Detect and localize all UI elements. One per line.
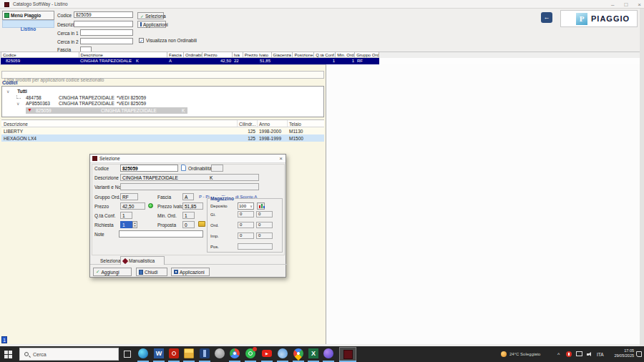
cell-prezzo: 42,50: [203, 58, 233, 64]
excel-icon[interactable]: X: [308, 348, 318, 358]
cerca1-input[interactable]: [80, 29, 133, 36]
tree-item[interactable]: ∨ AP8550363 CINGHIA TRAPEZOIDALE *VEDI 8…: [16, 101, 19, 106]
tree-item-code: 484758: [26, 95, 42, 100]
tab-manualistica[interactable]: Manualistica: [120, 256, 165, 265]
close-button[interactable]: ×: [638, 1, 641, 8]
descrizione-input[interactable]: [74, 21, 133, 27]
col-header[interactable]: Prezzo: [203, 52, 233, 57]
deposito-select[interactable]: 100 ∨: [238, 202, 254, 210]
dlg-codice-field[interactable]: 825059: [120, 165, 178, 172]
models-col-header[interactable]: Cilindr...: [238, 120, 258, 127]
dlg-note-input[interactable]: [119, 230, 203, 238]
codice-input[interactable]: [74, 11, 133, 18]
tray-chevron-icon[interactable]: ^: [557, 352, 560, 357]
folder-icon[interactable]: [198, 221, 205, 227]
dialog-titlebar: Selezione ×: [90, 155, 286, 163]
tree-item-selected[interactable]: ▼ 825059 CINGHIA TRAPEZOIDALE K: [26, 107, 187, 114]
col-header[interactable]: Ordinabilità: [184, 52, 203, 57]
models-row[interactable]: LIBERTY 125 1998-2000 M1130: [1, 127, 324, 134]
tray-clock[interactable]: 17:05 29/05/2025: [607, 348, 634, 358]
dlg-fascia-value: A: [185, 195, 187, 200]
taskbar-search[interactable]: Cerca: [19, 348, 119, 361]
table-row-selected[interactable]: 825059 CINGHIA TRAPEZOIDALE K A 42,50 22…: [1, 58, 379, 64]
dlg-prezzo-field: 42,50: [120, 202, 145, 210]
network-icon[interactable]: [576, 351, 582, 356]
whatsapp-icon[interactable]: [245, 348, 255, 358]
col-header[interactable]: Iva: [233, 52, 243, 57]
col-header[interactable]: Giacenza: [272, 52, 293, 57]
tree-item-desc: CINGHIA TRAPEZOIDALE: [59, 101, 114, 106]
word-icon[interactable]: W: [154, 348, 164, 358]
aggiungi-button[interactable]: ✓ Aggiungi: [93, 268, 132, 276]
dlg-gruppo-value: RF: [122, 195, 129, 200]
models-col-header[interactable]: Descrizione: [1, 120, 238, 127]
tree-sel-code: 825059: [36, 108, 52, 113]
col-header[interactable]: Posizione: [293, 52, 314, 57]
spinner-down-icon[interactable]: ▼: [133, 225, 137, 228]
cell-gruppo: RF: [356, 58, 379, 64]
notification-center-icon[interactable]: [636, 351, 642, 357]
task-view-icon[interactable]: [124, 351, 131, 358]
search-icon: [24, 352, 29, 356]
window-titlebar: Catalogo SoftWay - Listino – □ ×: [0, 0, 644, 9]
tray-language[interactable]: ITA: [597, 352, 604, 357]
purple-app-icon[interactable]: [323, 348, 333, 358]
results-table-header: Codice Descrizione Fascia Ordinabilità P…: [1, 52, 379, 58]
col-header[interactable]: Fascia: [167, 52, 184, 57]
chrome-icon[interactable]: [230, 348, 240, 358]
document-icon[interactable]: [181, 165, 186, 171]
tree-root-row[interactable]: ∨ Tutti: [6, 89, 27, 94]
search-placeholder: Cerca: [33, 352, 47, 357]
grid-icon: [174, 270, 178, 274]
chiudi-button[interactable]: Chiudi: [136, 268, 167, 276]
model-anno: 1998-2000: [258, 127, 288, 134]
chiudi-label: Chiudi: [145, 270, 157, 275]
dlg-applicazioni-button[interactable]: Applicazioni: [171, 268, 210, 276]
col-header[interactable]: Gruppo Ord.: [355, 52, 379, 57]
dlg-codice-value: 825059: [122, 166, 138, 171]
dlg-richiesta-field[interactable]: 1: [120, 221, 132, 228]
col-header[interactable]: Min. Ord.: [336, 52, 355, 57]
minimize-button[interactable]: –: [611, 1, 614, 8]
sidebar-item-listino[interactable]: Listino: [2, 20, 54, 28]
acrobat-ring: [172, 351, 176, 356]
models-col-header[interactable]: Telaio: [288, 120, 324, 127]
col-header[interactable]: Descrizione: [79, 52, 168, 57]
dialog-close-button[interactable]: ×: [279, 155, 283, 162]
edge-icon[interactable]: [138, 348, 148, 358]
file-explorer-icon[interactable]: [184, 348, 194, 358]
richiesta-spinner[interactable]: ▲ ▼: [132, 221, 137, 228]
col-header[interactable]: Q.tà Conf.: [314, 52, 336, 57]
ordinabili-checkbox[interactable]: ✓: [139, 38, 144, 43]
weather-text[interactable]: 24°C Soleggiato: [509, 352, 540, 356]
youtube-icon[interactable]: ▶: [262, 350, 272, 357]
word-letter: W: [156, 350, 162, 357]
expander-icon[interactable]: ∨: [16, 102, 19, 106]
seleziona-button[interactable]: ✓ Seleziona: [137, 12, 164, 19]
acrobat-icon[interactable]: [169, 348, 179, 358]
col-header[interactable]: Codice: [1, 52, 79, 57]
col-header[interactable]: Prezzo Ivato: [243, 52, 272, 57]
active-app-button[interactable]: [339, 347, 356, 361]
tree-item[interactable]: 484758 CINGHIA TRAPEZOIDALE *VEDI 825059: [16, 95, 21, 100]
expander-icon[interactable]: ∨: [6, 89, 9, 94]
stock-chart-icon[interactable]: [257, 202, 265, 210]
start-button[interactable]: [4, 351, 12, 358]
models-row-selected[interactable]: HEXAGON LX4 125 1998-1999 M1500: [1, 134, 324, 142]
maximize-button[interactable]: □: [624, 1, 628, 8]
menu-panel: Menù Piaggio: [2, 11, 54, 20]
models-col-header[interactable]: Anno: [258, 120, 288, 127]
search-icon-handle: [29, 356, 31, 358]
applicazioni-button[interactable]: Applicazioni: [137, 21, 166, 28]
speaker-icon[interactable]: [587, 352, 592, 357]
tray-date: 29/05/2025: [607, 353, 634, 358]
blue-app-icon[interactable]: [200, 348, 210, 358]
back-button[interactable]: ←: [541, 12, 552, 23]
dlg-min-ord-field: 1: [182, 212, 195, 219]
weather-icon[interactable]: [501, 351, 507, 357]
maps-icon[interactable]: [291, 346, 306, 361]
gray-app-icon[interactable]: [215, 348, 225, 358]
cloud-app-icon[interactable]: [278, 348, 288, 358]
tray-alert-icon[interactable]: [566, 351, 572, 357]
cerca2-input[interactable]: [80, 38, 133, 44]
